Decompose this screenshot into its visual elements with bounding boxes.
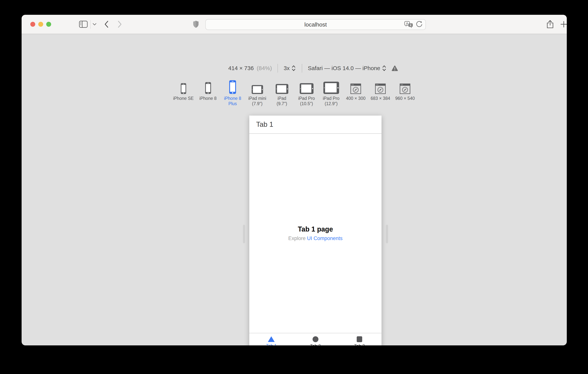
device-label: 960 × 540: [395, 96, 415, 101]
share-icon: [546, 20, 554, 29]
rdm-status-row: 414 × 736 (84%) 3x Safari — iOS 14.0 — i…: [41, 63, 567, 74]
forward-icon: [117, 21, 122, 28]
phone-icon: [205, 77, 211, 94]
resize-handle-right[interactable]: [386, 225, 388, 243]
resize-handle-left[interactable]: [243, 225, 245, 243]
address-bar[interactable]: localhost A x̂: [205, 19, 426, 30]
device-label: iPad Pro (10.5"): [298, 96, 315, 106]
pixel-ratio-select[interactable]: 3x: [284, 65, 296, 71]
warnings-button[interactable]: [392, 65, 398, 71]
tab-1[interactable]: Tab 1: [249, 333, 294, 345]
page-subtitle: Explore UI Components: [288, 235, 343, 241]
ios-tab-bar: Tab 1 Tab 2 Tab 3: [249, 333, 381, 345]
plus-icon: [560, 21, 567, 28]
phone-icon: [181, 77, 186, 94]
sidebar-menu-button[interactable]: [91, 15, 98, 34]
device-ipad-mini[interactable]: iPad mini (7.9"): [246, 77, 269, 106]
url-text: localhost: [304, 21, 327, 28]
shield-icon: [193, 21, 199, 28]
tab-2[interactable]: Tab 2: [294, 333, 337, 345]
zoom-percent-label: (84%): [257, 65, 272, 71]
tablet-icon: [252, 77, 263, 94]
device-label: iPad Pro (12.9"): [323, 96, 339, 106]
user-agent-label: Safari — iOS 14.0 — iPhone: [308, 65, 380, 71]
viewport-dimensions-label: 414 × 736: [228, 65, 254, 71]
device-ipad-pro-10-5[interactable]: iPad Pro (10.5"): [295, 77, 318, 106]
new-tab-button[interactable]: [559, 15, 567, 34]
close-button[interactable]: [30, 22, 35, 27]
device-iphone-se[interactable]: iPhone SE: [172, 77, 195, 101]
user-agent-select[interactable]: Safari — iOS 14.0 — iPhone: [308, 65, 387, 71]
updown-chevrons-icon: [291, 65, 296, 71]
svg-text:x̂: x̂: [410, 23, 411, 27]
translate-button[interactable]: A x̂: [404, 21, 413, 29]
privacy-report-button[interactable]: [192, 15, 200, 34]
device-label: iPad (9.7"): [277, 96, 287, 106]
forward-button[interactable]: [116, 15, 124, 34]
warning-icon: [392, 65, 398, 71]
sidebar-toggle-button[interactable]: [78, 15, 88, 34]
nav-title: Tab 1: [256, 120, 273, 128]
zoom-button[interactable]: [46, 22, 51, 27]
pixel-ratio-label: 3x: [284, 65, 290, 71]
svg-text:A: A: [406, 22, 408, 25]
browser-window-icon: [400, 77, 410, 94]
screen: localhost A x̂: [0, 0, 588, 374]
browser-window-icon: [375, 77, 386, 94]
circle-icon: [313, 336, 318, 342]
divider: [278, 64, 278, 73]
tablet-icon: [300, 77, 314, 94]
safari-window: localhost A x̂: [21, 15, 567, 345]
back-button[interactable]: [103, 15, 110, 34]
subtitle-text: Explore: [288, 235, 307, 241]
share-button[interactable]: [545, 15, 555, 34]
page-content: Tab 1 page Explore UI Components: [249, 134, 381, 333]
chevron-down-icon: [93, 23, 97, 26]
device-label: 400 × 300: [346, 96, 366, 101]
device-preset-400x300[interactable]: 400 × 300: [344, 77, 367, 101]
ios-nav-bar: Tab 1: [249, 116, 381, 134]
back-icon: [104, 21, 109, 28]
reload-button[interactable]: [416, 21, 423, 28]
device-label: iPhone 8 Plus: [224, 96, 241, 106]
tablet-icon: [323, 77, 339, 94]
toolbar-divider: [90, 20, 91, 29]
square-icon: [357, 336, 362, 342]
device-presets-row: iPhone SE iPhone 8 iPhone 8 Plus: [21, 77, 567, 108]
triangle-icon: [268, 336, 275, 342]
ui-components-link[interactable]: UI Components: [307, 235, 343, 241]
device-preset-960x540[interactable]: 960 × 540: [393, 77, 417, 101]
device-iphone-8-plus[interactable]: iPhone 8 Plus: [221, 77, 244, 106]
updown-chevrons-icon: [382, 65, 387, 71]
traffic-lights: [30, 15, 51, 34]
device-label: 683 × 384: [371, 96, 390, 101]
tab-3[interactable]: Tab 3: [337, 333, 381, 345]
tablet-icon: [276, 77, 288, 94]
device-ipad-9-7[interactable]: iPad (9.7"): [270, 77, 294, 106]
device-label: iPad mini (7.9"): [248, 96, 266, 106]
device-label: iPhone 8: [200, 96, 217, 101]
device-label: iPhone SE: [173, 96, 194, 101]
phone-icon: [229, 77, 236, 94]
simulated-viewport: Tab 1 Tab 1 page Explore UI Components T…: [249, 116, 381, 345]
device-preset-683x384[interactable]: 683 × 384: [369, 77, 392, 101]
page-heading: Tab 1 page: [298, 225, 333, 233]
window-titlebar: localhost A x̂: [21, 15, 567, 34]
minimize-button[interactable]: [38, 22, 43, 27]
divider: [302, 64, 302, 73]
device-iphone-8[interactable]: iPhone 8: [196, 77, 220, 101]
browser-window-icon: [350, 77, 361, 94]
device-ipad-pro-12-9[interactable]: iPad Pro (12.9"): [320, 77, 343, 106]
sidebar-icon: [79, 21, 88, 28]
